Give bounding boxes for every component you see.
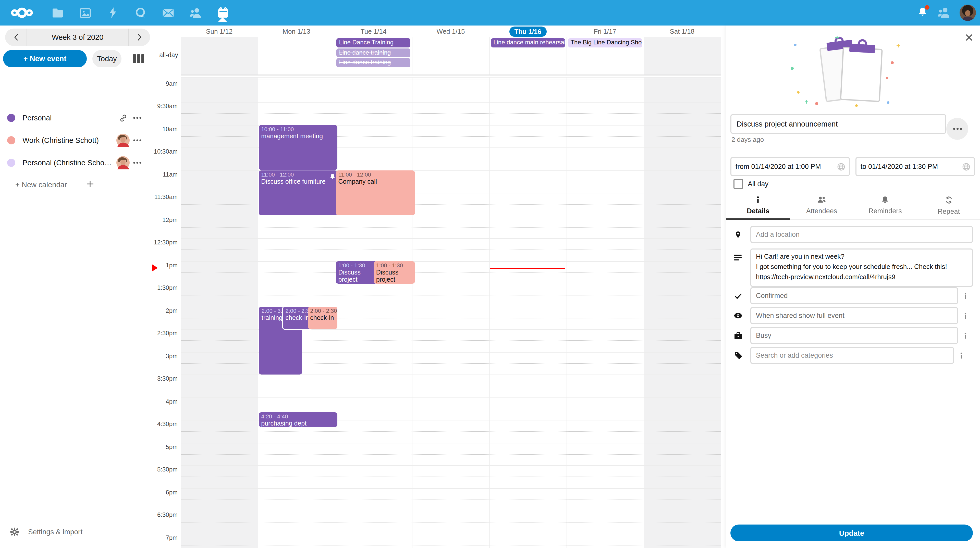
status-info-icon[interactable] — [958, 292, 972, 299]
start-datetime-field[interactable]: from 01/14/2020 at 1:00 PM — [730, 157, 850, 176]
timezone-globe-icon[interactable] — [962, 162, 970, 171]
all-day-event[interactable]: The Big Line Dancing Show — [568, 38, 642, 47]
freebusy-info-icon[interactable] — [958, 332, 972, 339]
status-select[interactable]: Confirmed — [750, 287, 958, 304]
description-textarea[interactable]: Hi Carl! are you in next week? I got som… — [750, 248, 973, 287]
week-navigation: Week 3 of 2020 — [5, 29, 150, 46]
time-label: 10:30am — [154, 148, 178, 155]
event-editor-panel: 2 days ago from 01/14/2020 at 1:00 PM to… — [726, 25, 980, 548]
nextcloud-logo[interactable] — [0, 0, 44, 25]
visibility-select[interactable]: When shared show full event — [750, 307, 958, 324]
tab-reminders[interactable]: Reminders — [853, 194, 917, 219]
event-actions-menu-button[interactable] — [946, 118, 968, 140]
slot-line — [181, 238, 721, 239]
calendar-menu-icon[interactable] — [130, 117, 145, 119]
activity-icon[interactable] — [99, 0, 127, 25]
time-label: 5pm — [165, 443, 178, 450]
new-event-button[interactable]: + New event — [3, 50, 87, 67]
update-button[interactable]: Update — [730, 524, 973, 542]
event-time-label: 4:20 - 4:40 — [261, 413, 335, 420]
all-day-event[interactable]: Line Dance Training — [337, 38, 410, 47]
day-column-6[interactable] — [644, 78, 721, 548]
notifications-bell-icon[interactable] — [917, 6, 928, 19]
day-column-3[interactable] — [412, 78, 490, 548]
end-datetime-field[interactable]: to 01/14/2020 at 1:30 PM — [856, 157, 975, 176]
day-header-5[interactable]: Fri 1/17 — [566, 25, 643, 37]
slot-line — [181, 102, 721, 103]
day-column-4[interactable] — [489, 78, 567, 548]
all-day-event[interactable]: Line dance training — [337, 48, 410, 57]
contacts-icon[interactable] — [182, 0, 209, 25]
event-title-input[interactable] — [730, 114, 946, 134]
time-label: 12pm — [162, 216, 178, 223]
day-header-2[interactable]: Tue 1/14 — [335, 25, 412, 37]
settings-import-button[interactable]: Settings & import — [0, 523, 153, 541]
day-header-3[interactable]: Wed 1/15 — [412, 25, 489, 37]
share-link-icon[interactable] — [116, 114, 130, 122]
calendar-event[interactable]: 11:00 - 12:00Discuss office furniture — [259, 170, 338, 215]
files-icon[interactable] — [44, 0, 72, 25]
app-sidebar: Week 3 of 2020 + New event Today Persona… — [0, 25, 153, 548]
view-toggle-icon[interactable] — [132, 53, 145, 64]
slot-line — [181, 397, 721, 398]
description-icon — [734, 254, 741, 263]
day-header-1[interactable]: Mon 1/13 — [258, 25, 335, 37]
tab-attendees[interactable]: Attendees — [790, 194, 853, 219]
sidebar-calendar-2[interactable]: Personal (Christine Scho… — [0, 151, 153, 174]
tab-label: Reminders — [853, 207, 917, 215]
day-column-0[interactable] — [181, 78, 258, 548]
all-day-event[interactable]: Line dance training — [337, 58, 410, 67]
tab-details[interactable]: Details — [726, 194, 790, 219]
talk-icon[interactable] — [127, 0, 154, 25]
visibility-info-icon[interactable] — [958, 312, 972, 319]
calendar-event[interactable]: 4:20 - 4:40purchasing dept — [259, 412, 338, 427]
event-time-label: 10:00 - 11:00 — [261, 125, 335, 133]
sidebar-calendar-1[interactable]: Work (Christine Schott) — [0, 129, 153, 151]
previous-week-button[interactable] — [5, 29, 27, 46]
categories-input[interactable] — [750, 347, 954, 364]
all-day-col-4: Line dance main rehearsal — [489, 37, 566, 75]
categories-info-icon[interactable] — [954, 352, 968, 359]
calendar-menu-icon[interactable] — [130, 162, 145, 164]
user-avatar[interactable] — [959, 5, 976, 21]
day-column-5[interactable] — [566, 78, 644, 548]
plus-icon[interactable] — [86, 180, 142, 189]
calendar-event[interactable]: 2:00 - 2:30check-in — [307, 307, 337, 329]
next-week-button[interactable] — [128, 29, 150, 46]
calendar-event[interactable]: 11:00 - 12:00Company call — [336, 170, 415, 215]
contacts-menu-icon[interactable] — [937, 7, 950, 18]
day-column-2[interactable] — [335, 78, 413, 548]
start-datetime-value: from 01/14/2020 at 1:00 PM — [732, 163, 837, 170]
time-label: 6:30pm — [157, 511, 178, 518]
calendar-event[interactable]: 10:00 - 11:00management meeting — [259, 125, 338, 170]
all-day-toggle[interactable]: All day — [733, 179, 768, 189]
all-day-col-2: Line Dance TrainingLine dance trainingLi… — [335, 37, 412, 75]
calendar-event[interactable]: 1:00 - 1:30Discuss project — [374, 261, 415, 283]
freebusy-select[interactable]: Busy — [750, 327, 958, 344]
all-day-label: all-day — [153, 52, 178, 59]
all-day-event[interactable]: Line dance main rehearsal — [491, 38, 565, 47]
photos-icon[interactable] — [72, 0, 99, 25]
mail-icon[interactable] — [154, 0, 182, 25]
timezone-globe-icon[interactable] — [837, 162, 845, 171]
quarter-slot-line — [181, 545, 721, 545]
slot-line — [181, 284, 721, 284]
all-day-checkbox[interactable] — [733, 179, 743, 189]
sidebar-calendar-0[interactable]: Personal — [0, 106, 153, 129]
all-day-col-3 — [412, 37, 489, 75]
close-icon[interactable] — [963, 32, 974, 43]
new-calendar-button[interactable]: + New calendar — [0, 173, 153, 196]
people-icon — [818, 197, 826, 205]
calendar-event[interactable]: 1:00 - 1:30Discuss project announcement — [336, 261, 377, 283]
all-day-col-5: The Big Line Dancing Show — [566, 37, 643, 75]
day-header-0[interactable]: Sun 1/12 — [181, 25, 258, 37]
calendar-menu-icon[interactable] — [130, 139, 145, 141]
today-button[interactable]: Today — [92, 50, 121, 67]
day-header-6[interactable]: Sat 1/18 — [644, 25, 721, 37]
location-input[interactable] — [750, 226, 973, 243]
event-illustration — [791, 35, 916, 109]
tab-repeat[interactable]: Repeat — [917, 194, 980, 219]
reminder-bell-icon — [330, 172, 336, 181]
day-header-4[interactable]: Thu 1/16 — [489, 25, 566, 37]
week-label[interactable]: Week 3 of 2020 — [27, 33, 128, 41]
